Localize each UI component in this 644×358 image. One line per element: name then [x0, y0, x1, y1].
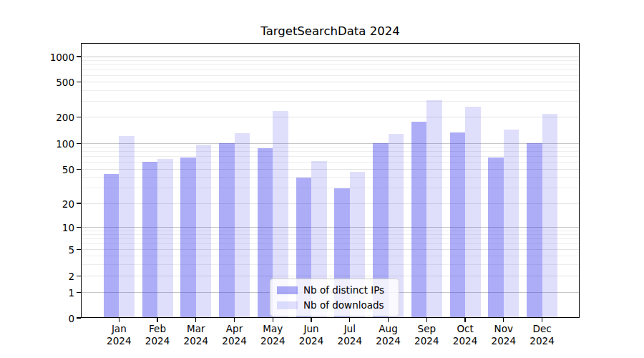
x-tick-mark — [503, 318, 504, 322]
y-tick-mark — [77, 169, 81, 170]
x-tick-mark — [311, 318, 311, 322]
chart-figure: TargetSearchData 2024 012510205010020050… — [0, 0, 644, 358]
x-tick-mark — [157, 318, 157, 322]
x-tick-label: Dec2024 — [522, 323, 562, 347]
y-tick-mark — [77, 292, 81, 293]
x-tick-mark — [464, 318, 465, 322]
bar-downloads-apr — [235, 133, 250, 318]
bar-downloads-oct — [465, 107, 481, 318]
bar-downloads-sep — [426, 100, 442, 318]
bar-downloads-nov — [504, 130, 519, 318]
y-tick-label: 50 — [23, 164, 74, 175]
x-tick-mark — [273, 318, 273, 322]
bar-distinct-ips-oct — [450, 132, 466, 318]
gridline-mid — [81, 82, 580, 82]
legend-entry-downloads: Nb of downloads — [277, 299, 391, 311]
x-tick-mark — [119, 318, 119, 322]
chart-title: TargetSearchData 2024 — [81, 24, 580, 38]
y-tick-mark — [77, 249, 81, 250]
y-tick-mark — [77, 56, 81, 57]
y-tick-label: 100 — [23, 138, 74, 150]
y-tick-mark — [77, 117, 81, 117]
y-tick-label: 5 — [23, 244, 74, 256]
x-tick-mark — [388, 318, 389, 322]
legend-label-downloads: Nb of downloads — [303, 299, 384, 311]
legend-label-distinct-ips: Nb of distinct IPs — [303, 284, 384, 296]
x-tick-label: Sep2024 — [406, 323, 447, 347]
bar-distinct-ips-nov — [488, 158, 504, 318]
x-tick-label: Jul2024 — [330, 323, 370, 347]
bar-downloads-dec — [542, 114, 558, 318]
x-tick-label: May2024 — [253, 323, 293, 347]
bar-distinct-ips-mar — [180, 158, 196, 318]
x-tick-label: Nov2024 — [484, 323, 524, 347]
gridline-mid — [81, 117, 580, 117]
x-tick-label: Mar2024 — [176, 323, 216, 347]
gridline-minor — [81, 60, 580, 61]
gridline-minor — [81, 64, 580, 65]
x-tick-label: Jan2024 — [99, 323, 139, 347]
legend-entry-distinct-ips: Nb of distinct IPs — [277, 284, 391, 296]
y-tick-mark — [77, 227, 81, 228]
x-tick-label: Feb2024 — [137, 323, 177, 347]
y-tick-label: 0 — [23, 313, 74, 324]
x-tick-label: Apr2024 — [215, 323, 255, 347]
gridline-minor — [81, 101, 580, 102]
x-tick-mark — [234, 318, 235, 322]
y-tick-label: 2 — [23, 271, 74, 282]
y-tick-label: 1 — [23, 287, 74, 299]
gridline-minor — [81, 90, 580, 91]
bar-downloads-feb — [157, 159, 173, 318]
legend-swatch-distinct-ips — [277, 286, 298, 294]
bar-distinct-ips-feb — [142, 162, 158, 318]
x-tick-label: Jun2024 — [291, 323, 331, 347]
y-tick-mark — [77, 317, 81, 318]
y-tick-mark — [77, 276, 81, 276]
gridline-minor — [81, 75, 580, 76]
bar-downloads-mar — [196, 145, 212, 318]
y-tick-mark — [77, 143, 81, 144]
x-tick-mark — [426, 318, 427, 322]
x-tick-mark — [349, 318, 350, 322]
y-tick-label: 500 — [23, 77, 74, 88]
y-tick-mark — [77, 203, 81, 203]
bar-downloads-jan — [119, 136, 135, 318]
bar-distinct-ips-jan — [104, 174, 119, 318]
legend-swatch-downloads — [277, 301, 298, 309]
y-tick-label: 20 — [23, 198, 74, 210]
x-tick-mark — [542, 318, 542, 322]
bar-distinct-ips-apr — [219, 143, 235, 318]
x-tick-mark — [195, 318, 196, 322]
x-tick-label: Aug2024 — [369, 323, 409, 347]
y-tick-label: 1000 — [23, 52, 74, 63]
bar-distinct-ips-dec — [527, 143, 542, 318]
y-tick-label: 200 — [23, 112, 74, 123]
gridline-major — [81, 57, 580, 57]
x-tick-label: Oct2024 — [445, 323, 485, 347]
y-tick-label: 10 — [23, 222, 74, 233]
gridline-minor — [81, 69, 580, 70]
legend: Nb of distinct IPs Nb of downloads — [270, 279, 399, 316]
bar-distinct-ips-sep — [411, 122, 427, 318]
y-tick-mark — [77, 82, 81, 82]
